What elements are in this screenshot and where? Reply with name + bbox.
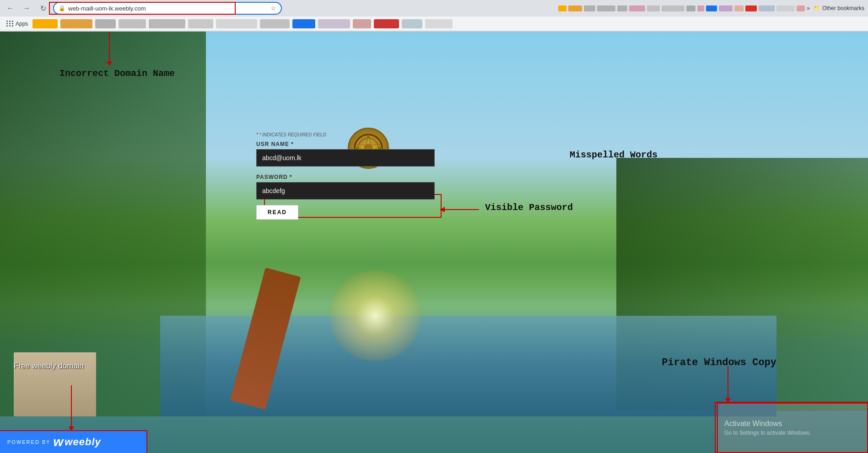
- bm-thumb-1: [558, 5, 566, 11]
- free-weebly-annotation: Free weebly domain: [14, 361, 84, 371]
- bm-thumb-15: [759, 5, 775, 11]
- password-input[interactable]: [256, 182, 435, 200]
- pirate-windows-annotation: Pirate Windows Copy: [662, 357, 776, 368]
- bm-thumb-11: [706, 5, 717, 11]
- username-input[interactable]: [256, 149, 435, 167]
- bm-thumb-4: [597, 5, 615, 11]
- bm-item-7[interactable]: [216, 19, 257, 28]
- more-bookmarks[interactable]: »: [807, 5, 810, 11]
- main-content: Incorrect Domain Name Misspelled Words V…: [0, 32, 868, 453]
- free-weebly-arrow: [71, 385, 72, 431]
- activate-windows-title: Activate Windows: [724, 420, 861, 428]
- apps-grid-icon: [6, 21, 14, 27]
- address-bar[interactable]: 🔒 web-maill-uom-lk.weebly.com ☆: [53, 2, 282, 15]
- required-label: * INDICATES REQUIRED FIELD: [259, 132, 326, 137]
- visible-password-arrow: [440, 209, 479, 210]
- username-label: USR NAME *: [256, 141, 439, 147]
- bm-thumb-14: [745, 5, 757, 11]
- bm-item-1[interactable]: [32, 19, 58, 28]
- bm-item-6[interactable]: [188, 19, 213, 28]
- bookmarks-bar: Apps: [0, 16, 868, 31]
- read-button[interactable]: READ: [256, 205, 298, 220]
- bm-thumb-17: [797, 5, 805, 11]
- misspelled-annotation: Misspelled Words: [570, 150, 658, 160]
- password-label: PASWORD *: [256, 174, 439, 180]
- pirate-windows-arrow: [728, 366, 728, 403]
- bookmark-star-icon: ☆: [270, 5, 276, 12]
- url-text: web-maill-uom-lk.weebly.com: [68, 5, 270, 12]
- toolbar-right: » 📁 Other bookmarks: [286, 5, 864, 11]
- reload-button[interactable]: ↻: [37, 2, 49, 15]
- weebly-footer: POWERED BY w weebly: [0, 431, 146, 453]
- bm-thumb-7: [647, 5, 660, 11]
- bm-thumb-2: [568, 5, 582, 11]
- username-field-container: USR NAME *: [256, 141, 439, 167]
- weebly-logo-text: weebly: [65, 436, 101, 448]
- password-field-container: PASWORD *: [256, 174, 439, 200]
- bm-thumb-8: [662, 5, 685, 11]
- visible-password-annotation: Visible Password: [485, 202, 573, 213]
- back-button[interactable]: ←: [4, 2, 16, 15]
- bm-item-13[interactable]: [402, 19, 422, 28]
- bm-item-12[interactable]: [374, 19, 399, 28]
- bm-item-11[interactable]: [353, 19, 371, 28]
- browser-top-bar: ← → ↻ 🔒 web-maill-uom-lk.weebly.com ☆: [0, 0, 868, 16]
- lock-icon: 🔒: [59, 5, 65, 11]
- required-field-text: * * INDICATES REQUIRED FIELD: [256, 132, 439, 137]
- required-star: *: [256, 132, 259, 137]
- incorrect-domain-annotation: Incorrect Domain Name: [59, 68, 175, 79]
- bm-item-10[interactable]: [318, 19, 350, 28]
- login-form: * * INDICATES REQUIRED FIELD USR NAME * …: [256, 132, 439, 220]
- bm-thumb-6: [629, 5, 645, 11]
- activate-windows-box: Activate Windows Go to Settings to activ…: [717, 403, 868, 453]
- apps-button[interactable]: Apps: [5, 20, 30, 28]
- bm-thumb-12: [719, 5, 733, 11]
- bm-item-2[interactable]: [60, 19, 92, 28]
- apps-label: Apps: [16, 21, 28, 27]
- domain-arrow-vert: [109, 32, 110, 66]
- bm-item-5[interactable]: [149, 19, 185, 28]
- bm-thumb-13: [734, 5, 744, 11]
- bm-thumb-9: [686, 5, 695, 11]
- powered-by-text: POWERED BY: [7, 439, 51, 445]
- bm-item-14[interactable]: [425, 19, 453, 28]
- bm-item-8[interactable]: [260, 19, 290, 28]
- sun-glare: [329, 270, 421, 361]
- bm-thumb-10: [697, 5, 704, 11]
- bm-thumb-3: [584, 5, 595, 11]
- browser-chrome: ← → ↻ 🔒 web-maill-uom-lk.weebly.com ☆: [0, 0, 868, 32]
- activate-windows-subtitle: Go to Settings to activate Windows.: [724, 430, 861, 436]
- bm-item-9[interactable]: [292, 19, 315, 28]
- bm-thumb-5: [617, 5, 627, 11]
- forward-button[interactable]: →: [20, 2, 33, 15]
- bm-thumb-16: [776, 5, 795, 11]
- bm-item-4[interactable]: [119, 19, 146, 28]
- other-bookmarks-label: Other bookmarks: [822, 5, 864, 11]
- bm-item-3[interactable]: [95, 19, 116, 28]
- weebly-w-icon: w: [54, 435, 64, 449]
- folder-icon: 📁: [814, 5, 820, 11]
